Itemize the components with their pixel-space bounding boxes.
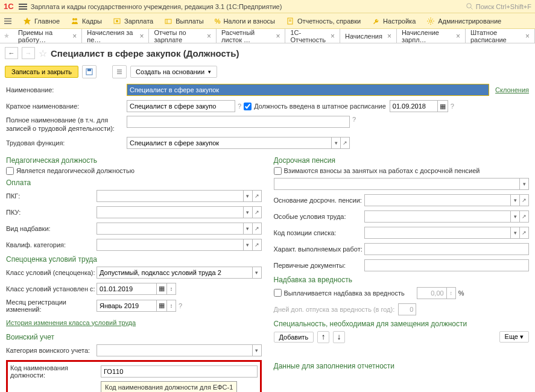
up-button[interactable]: ↑ — [317, 331, 329, 343]
nav-main[interactable]: Главное — [23, 17, 60, 25]
kodpoz-label: Код позиции списка: — [274, 229, 364, 236]
in-schedule-check[interactable]: Должность введена в штатное расписание — [244, 103, 386, 110]
back-button[interactable]: ← — [5, 47, 18, 59]
nadbavka-input[interactable] — [97, 223, 244, 235]
month-input[interactable] — [97, 300, 157, 312]
dropdown-icon[interactable]: ▾ — [252, 267, 262, 279]
menu-icon[interactable] — [19, 2, 27, 11]
help-icon[interactable]: ? — [352, 116, 356, 123]
class-input[interactable] — [97, 267, 253, 279]
list-button[interactable] — [112, 65, 127, 78]
open-icon[interactable]: ↗ — [252, 190, 262, 202]
close-icon[interactable]: × — [276, 32, 280, 40]
schedule-date-input[interactable] — [390, 100, 438, 112]
nav-zarplata[interactable]: Зарплата — [113, 17, 153, 25]
date-label: Класс условий установлен с: — [6, 285, 97, 292]
help-icon[interactable]: ? — [238, 103, 241, 110]
nav-vyplaty[interactable]: Выплаты — [164, 17, 203, 25]
down-button[interactable]: ↓ — [333, 331, 345, 343]
kvalif-input[interactable] — [97, 239, 244, 251]
nav-otchet[interactable]: Отчетность, справки — [286, 17, 361, 25]
nav-nalogi[interactable]: %Налоги и взносы — [215, 17, 275, 25]
declension-link[interactable]: Склонения — [495, 86, 529, 93]
short-label: Краткое наименование: — [6, 103, 127, 110]
create-based-button[interactable]: Создать на основании▼ — [130, 66, 217, 78]
save-button[interactable] — [82, 65, 97, 78]
open-icon[interactable]: ↗ — [519, 210, 529, 223]
tab-1[interactable]: Начисления за пе…× — [82, 29, 149, 43]
help-icon[interactable]: ? — [451, 103, 454, 110]
dropdown-icon[interactable]: ▾ — [243, 239, 253, 251]
code-input[interactable] — [101, 365, 258, 378]
favorite-toggle[interactable]: ☆ — [39, 48, 47, 59]
nav-nastroika[interactable]: Настройка — [372, 17, 416, 25]
tab-0[interactable]: Приемы на работу…× — [13, 29, 82, 43]
pervich-input[interactable] — [364, 259, 530, 271]
voin-cat-input[interactable] — [97, 344, 253, 356]
open-icon[interactable]: ↗ — [340, 137, 350, 149]
func-input[interactable] — [127, 137, 332, 149]
close-icon[interactable]: × — [207, 32, 211, 40]
close-icon[interactable]: × — [387, 32, 391, 40]
close-icon[interactable]: × — [331, 32, 335, 40]
kharakt-input[interactable] — [364, 243, 530, 255]
code-tooltip: Код наименования должности для ЕФС-1 — [101, 381, 237, 392]
short-input[interactable] — [127, 100, 235, 112]
dropdown-icon[interactable]: ▾ — [519, 178, 529, 190]
stepper-icon[interactable]: ↕ — [166, 283, 176, 295]
close-icon[interactable]: × — [139, 32, 144, 40]
doc-icon — [286, 17, 294, 25]
pkg-input[interactable] — [97, 190, 244, 202]
tab-5[interactable]: Начисления× — [340, 29, 397, 43]
vypl-check[interactable]: Выплачивается надбавка за вредность — [274, 289, 405, 297]
kodpoz-input[interactable] — [364, 227, 511, 239]
open-icon[interactable]: ↗ — [252, 206, 262, 218]
open-icon[interactable]: ↗ — [252, 223, 262, 235]
save-close-button[interactable]: Записать и закрыть — [5, 66, 78, 78]
nav-kadry[interactable]: Кадры — [71, 17, 102, 25]
pension-top-input[interactable] — [274, 178, 521, 190]
pedag-check[interactable]: Является педагогической должностью — [6, 167, 262, 175]
svg-point-15 — [429, 20, 432, 22]
calendar-icon[interactable]: ▦ — [437, 100, 448, 112]
nav-admin[interactable]: Администрирование — [426, 17, 501, 25]
vzimat-check[interactable]: Взимаются взносы за занятых на работах с… — [274, 167, 530, 175]
burger-nav-icon[interactable] — [4, 17, 12, 25]
favorites-icon[interactable]: ★ — [0, 29, 13, 43]
help-icon[interactable]: ? — [179, 302, 182, 309]
tab-4[interactable]: 1С-Отчетность× — [285, 29, 340, 43]
search-box[interactable]: Поиск Ctrl+Shift+F — [466, 3, 531, 10]
dropdown-icon[interactable]: ▾ — [331, 137, 341, 149]
tab-3[interactable]: Расчетный листок …× — [217, 29, 285, 43]
pku-input[interactable] — [97, 206, 244, 218]
tab-2[interactable]: Отчеты по зарплате× — [149, 29, 217, 43]
osnovanie-input[interactable] — [364, 194, 511, 206]
date-input[interactable] — [97, 283, 157, 295]
name-input[interactable] — [127, 84, 489, 96]
tab-6[interactable]: Начисление зарпл…× — [397, 29, 466, 43]
open-icon[interactable]: ↗ — [519, 227, 529, 239]
full-label: Полное наименование (в т.ч. для записей … — [6, 116, 127, 133]
dropdown-icon[interactable]: ▾ — [243, 223, 253, 235]
full-input[interactable] — [127, 116, 350, 128]
dropdown-icon[interactable]: ▾ — [510, 210, 520, 223]
dropdown-icon[interactable]: ▾ — [252, 344, 262, 356]
tab-7[interactable]: Штатное расписание× — [466, 29, 535, 43]
dropdown-icon[interactable]: ▾ — [510, 227, 520, 239]
add-button[interactable]: Добавить — [274, 332, 314, 343]
history-link[interactable]: История изменения класса условий труда — [6, 319, 136, 326]
close-icon[interactable]: × — [72, 32, 77, 40]
calendar-icon[interactable]: ▦ — [156, 283, 167, 295]
dropdown-icon[interactable]: ▾ — [510, 194, 520, 206]
dropdown-icon[interactable]: ▾ — [243, 206, 253, 218]
open-icon[interactable]: ↗ — [252, 239, 262, 251]
osobye-input[interactable] — [364, 210, 511, 223]
more-button[interactable]: Еще ▾ — [499, 331, 529, 343]
calendar-icon[interactable]: ▦ — [156, 300, 167, 312]
open-icon[interactable]: ↗ — [519, 194, 529, 206]
dropdown-icon[interactable]: ▾ — [243, 190, 253, 202]
stepper-icon[interactable]: ↕ — [166, 300, 176, 312]
close-icon[interactable]: × — [456, 32, 460, 40]
close-icon[interactable]: × — [525, 32, 530, 40]
forward-button[interactable]: → — [22, 47, 35, 59]
